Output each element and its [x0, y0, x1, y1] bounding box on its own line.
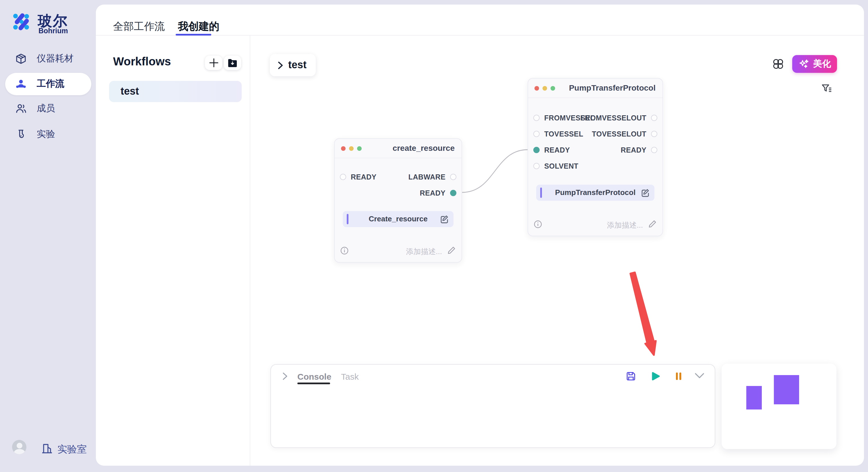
port-circle-icon[interactable]: [651, 131, 657, 137]
app-window: 玻尔 Bohrium 仪器耗材: [0, 0, 868, 472]
node-header: create_resource: [335, 139, 462, 158]
port-circle-icon[interactable]: [533, 163, 539, 169]
port-circle-icon[interactable]: [533, 115, 539, 121]
port-circle-icon[interactable]: [651, 147, 657, 153]
port-circle-icon[interactable]: [450, 174, 456, 180]
console-expand-chevron-icon[interactable]: [282, 372, 288, 380]
input-port-solvent[interactable]: SOLVENT: [533, 162, 578, 170]
output-port-tovesselout[interactable]: TOVESSELOUT: [592, 130, 657, 138]
output-port-labware[interactable]: LABWARE: [408, 173, 456, 181]
port-circle-icon[interactable]: [533, 131, 539, 137]
function-name: Create_resource: [343, 211, 454, 227]
node-create-resource[interactable]: create_resource READY LABWARE READY Crea…: [334, 138, 462, 263]
traffic-green-icon[interactable]: [550, 86, 555, 91]
console-panel: Console Task: [270, 364, 715, 448]
description-placeholder[interactable]: 添加描述...: [406, 247, 442, 257]
description-placeholder[interactable]: 添加描述...: [607, 220, 643, 231]
command-clover-icon[interactable]: [772, 58, 784, 70]
edit-icon[interactable]: [641, 188, 650, 197]
port-circle-filled-icon[interactable]: [533, 147, 539, 153]
input-port-ready[interactable]: READY: [340, 173, 377, 181]
node-footer: 添加描述...: [340, 245, 456, 256]
edit-icon[interactable]: [440, 214, 449, 224]
info-icon[interactable]: [340, 247, 348, 255]
collapse-chevron-icon[interactable]: [694, 373, 705, 383]
node-header: PumpTransferProtocol: [528, 78, 662, 98]
pencil-icon[interactable]: [648, 220, 657, 228]
pause-icon[interactable]: [673, 371, 684, 381]
filter-icon[interactable]: [822, 84, 832, 94]
port-circle-filled-icon[interactable]: [450, 190, 456, 196]
traffic-green-icon[interactable]: [357, 146, 361, 151]
info-icon[interactable]: [534, 220, 542, 228]
beautify-button[interactable]: 美化: [792, 55, 837, 73]
node-title: PumpTransferProtocol: [569, 78, 656, 98]
output-port-ready[interactable]: READY: [621, 146, 657, 154]
traffic-red-icon[interactable]: [341, 146, 345, 151]
sparkles-icon: [798, 59, 809, 69]
output-port-ready[interactable]: READY: [420, 189, 456, 197]
node-function-pill[interactable]: PumpTransferProtocol: [536, 185, 654, 201]
minimap-node-pump-transfer: [774, 375, 799, 404]
run-icon[interactable]: [650, 371, 661, 381]
traffic-yellow-icon[interactable]: [349, 146, 353, 151]
beautify-label: 美化: [813, 58, 831, 70]
console-tab[interactable]: Console: [298, 372, 331, 381]
red-annotation-arrow: [630, 272, 656, 355]
node-function-pill[interactable]: Create_resource: [343, 211, 454, 227]
task-tab[interactable]: Task: [341, 372, 359, 381]
port-circle-icon[interactable]: [340, 174, 346, 180]
console-tab-underline: [298, 382, 330, 384]
input-port-ready[interactable]: READY: [533, 146, 570, 154]
breadcrumb[interactable]: test: [270, 54, 316, 76]
output-port-fromvesselout[interactable]: FROMVESSELOUT: [580, 113, 657, 122]
input-port-tovessel[interactable]: TOVESSEL: [533, 130, 583, 138]
pencil-icon[interactable]: [447, 246, 456, 255]
port-circle-icon[interactable]: [651, 115, 657, 121]
traffic-red-icon[interactable]: [534, 86, 539, 91]
node-connection-edge: [462, 150, 528, 193]
breadcrumb-label: test: [288, 59, 307, 71]
save-icon[interactable]: [626, 371, 636, 381]
node-footer: 添加描述...: [534, 219, 657, 229]
minimap[interactable]: [722, 364, 836, 449]
chevron-right-icon: [278, 61, 283, 69]
node-title: create_resource: [393, 139, 455, 158]
minimap-node-create-resource: [746, 386, 762, 409]
function-name: PumpTransferProtocol: [536, 185, 654, 201]
node-pump-transfer-protocol[interactable]: PumpTransferProtocol FROMVESSEL FROMVESS…: [528, 78, 663, 236]
traffic-yellow-icon[interactable]: [542, 86, 547, 91]
